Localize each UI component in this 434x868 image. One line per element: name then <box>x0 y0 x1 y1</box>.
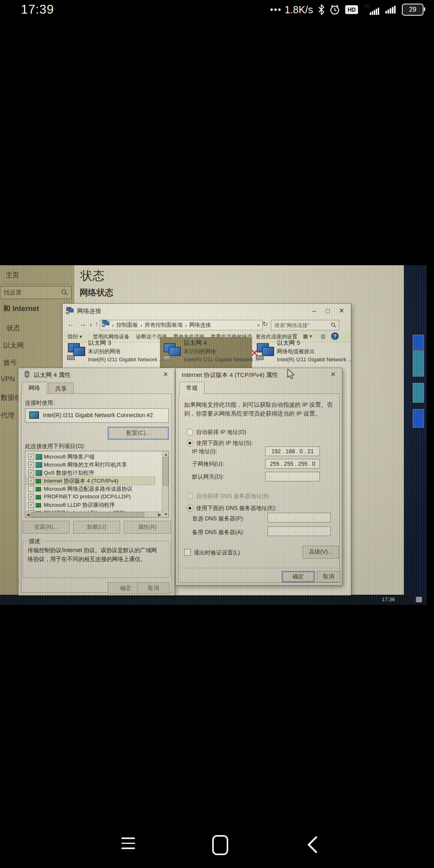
sidebar-item-vpn[interactable]: VPN <box>1 375 15 383</box>
intro-text: 如果网络支持此功能，则可以获取自动指派的 IP 设置。否则，你需要从网络系统管理… <box>184 400 334 418</box>
qos-icon <box>36 470 42 476</box>
window-icon <box>66 307 74 315</box>
dns-primary-input[interactable]: . . . <box>268 513 331 522</box>
breadcrumb-network-connections[interactable]: 网络连接 <box>189 321 211 329</box>
validate-checkbox[interactable] <box>184 549 191 556</box>
protocol-row[interactable]: Microsoft LLDP 协议驱动程序 <box>25 501 155 509</box>
dialog-titlebar[interactable]: 以太网 4 属性 ✕ <box>18 368 174 381</box>
recents-button[interactable] <box>121 837 135 853</box>
tray-icon[interactable] <box>416 597 422 602</box>
dns-alt-input[interactable]: . . . <box>268 526 331 536</box>
ethernet-properties-dialog: 以太网 4 属性 ✕ 网络 共享 连接时使用: Intel(R) I211 Gi… <box>18 368 175 596</box>
minimize-button[interactable]: – <box>309 306 319 316</box>
horizontal-scrollbar[interactable]: ◀ ▶ <box>25 512 162 517</box>
checkbox[interactable] <box>28 454 34 460</box>
protocol-row[interactable]: QoS 数据包计划程序 <box>25 469 155 477</box>
radio-auto-ip[interactable] <box>186 429 193 436</box>
ip-input[interactable]: 192 . 168 . 0 . 21 <box>265 446 320 456</box>
forward-button[interactable]: → <box>80 320 86 328</box>
breadcrumb-control-panel[interactable]: 控制面板 <box>117 321 138 329</box>
radio-auto-dns-label[interactable]: 自动获得 DNS 服务器地址(B) <box>196 493 269 500</box>
protocol-icon <box>36 479 41 483</box>
cancel-button[interactable]: 取消 <box>317 571 340 582</box>
scrollbar-thumb[interactable] <box>31 512 144 517</box>
close-button[interactable]: ✕ <box>336 306 347 316</box>
address-dropdown-icon[interactable]: ∨ <box>257 323 262 328</box>
scroll-right-icon[interactable]: ▶ <box>158 512 161 517</box>
sidebar-item-ethernet[interactable]: 以太网 <box>3 341 24 350</box>
advanced-button[interactable]: 高级(V)... <box>303 546 339 559</box>
protocol-icon <box>36 495 41 500</box>
up-button[interactable]: ↑ <box>95 320 98 328</box>
home-button[interactable] <box>212 835 228 855</box>
close-button[interactable]: ✕ <box>328 370 338 379</box>
dns-primary-label: 首选 DNS 服务器(P): <box>192 515 244 522</box>
configure-button[interactable]: 配置(C)... <box>108 427 169 440</box>
settings-search-placeholder: 找设置 <box>4 289 22 297</box>
connection-tile-ethernet5[interactable]: ✕ 以太网 5 网络电缆被拔出 Intel(R) I211 Gigabit Ne… <box>254 338 348 367</box>
checkbox[interactable] <box>28 478 34 484</box>
protocol-row-tcpipv4[interactable]: Internet 协议版本 4 (TCP/IPv4) <box>25 477 155 485</box>
monitor-photo: 主页 找设置 和 Internet 状态 以太网 拨号 VPN 数据使用 代理 … <box>0 265 427 605</box>
description-group: 描述 传输控制协议/Internet 协议。该协议是默认的广域网络协议，用于在不… <box>23 541 170 578</box>
sidebar-item-dialup[interactable]: 拨号 <box>3 358 17 367</box>
protocol-row[interactable]: Microsoft 网络的文件和打印机共享 <box>25 461 155 469</box>
radio-manual-dns[interactable] <box>186 505 193 512</box>
install-button[interactable]: 安装(N)... <box>23 521 70 534</box>
tab-sharing[interactable]: 共享 <box>48 383 74 393</box>
recent-dropdown-icon[interactable]: ∨ <box>89 322 92 328</box>
status-icons: ••• 1.8K/s HD 4G <box>270 0 424 19</box>
scroll-left-icon[interactable]: ◀ <box>27 512 30 517</box>
settings-search-box[interactable]: 找设置 <box>0 286 72 299</box>
tab-general[interactable]: 常规 <box>179 382 205 394</box>
refresh-icon[interactable]: ↻ <box>262 320 268 328</box>
uninstall-button[interactable]: 卸载(U) <box>73 521 120 534</box>
windows-taskbar[interactable]: 17:36 <box>0 595 427 605</box>
dialog-titlebar[interactable]: Internet 协议版本 4 (TCP/IPv4) 属性 ✕ <box>176 368 342 381</box>
checkbox[interactable] <box>28 486 34 492</box>
checkbox[interactable] <box>28 494 34 500</box>
vertical-scrollbar[interactable]: ▲ ▼ <box>162 451 168 517</box>
connection-status: 网络电缆被拔出 <box>277 348 315 355</box>
sidebar-item-home[interactable]: 主页 <box>6 270 19 280</box>
checkbox[interactable] <box>28 502 34 508</box>
android-status-bar: 17:39 ••• 1.8K/s HD 4G <box>0 0 434 19</box>
back-button[interactable]: ← <box>68 320 74 328</box>
checkbox[interactable] <box>28 462 34 468</box>
breadcrumb-all-items[interactable]: 所有控制面板项 <box>145 321 183 329</box>
scrollbar-thumb[interactable] <box>163 457 168 486</box>
checkbox[interactable] <box>28 470 34 476</box>
properties-button[interactable]: 属性(R) <box>124 521 171 534</box>
radio-manual-ip[interactable] <box>186 440 193 446</box>
connection-tile-ethernet3[interactable]: 以太网 3 未识别的网络 Intel(R) I211 Gigabit Netwo… <box>65 338 157 367</box>
scroll-up-icon[interactable]: ▲ <box>164 452 168 457</box>
connection-device: Intel(R) I211 Gigabit Network ... <box>88 356 164 362</box>
tab-network[interactable]: 网络 <box>22 382 47 394</box>
sidebar-item-status[interactable]: 状态 <box>6 323 20 333</box>
close-button[interactable]: ✕ <box>161 370 170 379</box>
subnet-input[interactable]: 255 . 255 . 255 . 0 <box>265 459 320 469</box>
back-button[interactable] <box>306 836 318 854</box>
explorer-search-box[interactable]: 搜索"网络连接" <box>271 320 339 330</box>
radio-auto-dns[interactable] <box>186 493 193 500</box>
maximize-button[interactable]: □ <box>323 306 333 316</box>
radio-auto-ip-label[interactable]: 自动获得 IP 地址(O) <box>196 429 246 436</box>
gateway-input[interactable]: . . . <box>265 472 320 481</box>
protocol-row[interactable]: Microsoft 网络适配器多路传送器协议 <box>25 485 155 493</box>
radio-manual-ip-label[interactable]: 使用下面的 IP 地址(S): <box>196 440 253 447</box>
validate-label[interactable]: 退出时验证设置(L) <box>194 549 240 557</box>
cancel-button[interactable]: 取消 <box>137 582 170 594</box>
network-adapter-icon <box>163 343 182 362</box>
connection-tile-ethernet4[interactable]: 以太网 4 未识别的网络 Intel(R) I211 Gigabit Netwo… <box>160 338 252 367</box>
protocol-icon <box>36 487 41 491</box>
sidebar-item-proxy[interactable]: 代理 <box>1 411 14 420</box>
ok-button[interactable]: 确定 <box>282 571 315 582</box>
alarm-icon <box>330 4 340 15</box>
scroll-down-icon[interactable]: ▼ <box>164 512 168 516</box>
window-titlebar[interactable]: 网络连接 – □ ✕ <box>63 304 351 319</box>
network-speed: 1.8K/s <box>285 4 313 16</box>
breadcrumb[interactable]: › 控制面板 › 所有控制面板项 › 网络连接 ∨ <box>100 320 263 330</box>
protocol-row[interactable]: PROFINET IO protocol (DCP/LLDP) <box>25 493 155 501</box>
protocol-row[interactable]: Microsoft 网络客户端 <box>25 453 155 461</box>
radio-manual-dns-label[interactable]: 使用下面的 DNS 服务器地址(E): <box>196 505 276 512</box>
